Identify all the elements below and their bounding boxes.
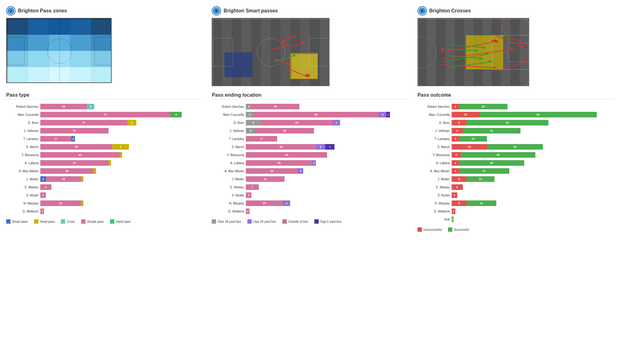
legend-item-cross: Cross <box>61 219 75 224</box>
svg-marker-28 <box>292 54 296 57</box>
pass-type-title: Pass type <box>6 92 202 99</box>
svg-point-30 <box>307 74 310 77</box>
pass-zones-section: Brighton Pass zones <box>6 6 202 86</box>
table-row: T. Lamptey 17 2 <box>6 135 202 142</box>
table-row: E. Mwepu 7 <box>212 184 408 191</box>
table-row: E. Mwepu 6 <box>418 184 614 191</box>
svg-marker-57 <box>520 41 523 44</box>
legend-item-head: Head pass <box>34 219 55 224</box>
pass-type-legend: Smart pass Head pass Cross Simple pass H… <box>6 219 202 224</box>
svg-rect-35 <box>492 35 529 69</box>
bottom-row: Pass type Robert Sánchez 25 4 Marc Cucur… <box>6 92 614 232</box>
table-row: A. Lallana 36 2 <box>212 160 408 166</box>
outside-swatch <box>282 219 287 224</box>
table-row: Marc Cucurella 4 68 4 2 <box>212 111 408 118</box>
svg-rect-14 <box>213 19 329 86</box>
table-row: S. March 19 30 <box>418 143 614 150</box>
table-row: D. Welbeck 2 <box>212 208 408 215</box>
legend-item-successful: Successful <box>448 227 469 232</box>
crosses-map <box>418 18 529 86</box>
table-row: D. Burn 8 39 4 <box>212 119 408 126</box>
svg-point-63 <box>500 26 503 28</box>
pass-outcome-section: Pass outcome Robert Sánchez 3 26 Marc Cu… <box>418 92 614 232</box>
legend-outside-label: Outside of box <box>288 220 308 223</box>
own18-swatch <box>212 219 216 224</box>
svg-marker-43 <box>482 46 486 49</box>
svg-point-37 <box>418 37 436 68</box>
legend-item-simple: Simple pass <box>81 219 104 224</box>
table-row: Y. Bissouma 44 <box>212 151 408 158</box>
table-row: J. Veltman 5 32 <box>212 127 408 134</box>
legend-item-outside: Outside of box <box>282 219 308 224</box>
table-row: Robert Sánchez 3 26 <box>418 103 614 110</box>
pass-ending-title: Pass ending location <box>212 92 408 99</box>
table-row: Y. Bissouma 43 <box>6 151 202 158</box>
smart-passes-title: Brighton Smart passes <box>212 6 408 15</box>
svg-line-38 <box>443 49 478 51</box>
legend-item-smart: Smart pass <box>6 219 28 224</box>
table-row: A. Lallana 37 <box>6 160 202 166</box>
svg-point-32 <box>293 36 295 38</box>
svg-line-50 <box>441 42 495 52</box>
table-row: S. March 38 5 5 <box>212 143 408 150</box>
opp6-swatch <box>314 219 319 224</box>
table-row: T. Lamptey 17 <box>212 135 408 142</box>
main-container: Brighton Pass zones <box>0 0 620 238</box>
legend-item-own18: Own 18 yard box <box>212 219 241 224</box>
head-pass-swatch <box>34 219 38 224</box>
table-row: S. Alzate 3 <box>212 192 408 199</box>
table-row: A. Mac Allister 4 27 <box>418 168 614 174</box>
crosses-section: Brighton Crosses <box>418 6 614 86</box>
table-row: D. Welbeck 2 <box>418 208 614 215</box>
table-row: J. Veltman 6 31 <box>418 127 614 134</box>
table-row: Null 1 <box>418 216 614 223</box>
hand-pass-swatch <box>110 219 114 224</box>
table-row: Robert Sánchez 3 26 <box>212 103 408 110</box>
table-row: N. Maupay 22 <box>6 200 202 207</box>
table-row: S. March 39 9 <box>6 143 202 150</box>
legend-simple-label: Simple pass <box>87 220 104 223</box>
svg-rect-5 <box>95 37 112 65</box>
pass-zones-label: Brighton Pass zones <box>18 8 67 14</box>
legend-head-label: Head pass <box>40 220 55 223</box>
successful-swatch <box>448 227 452 232</box>
table-row: J. Moder 21 <box>212 176 408 182</box>
svg-marker-20 <box>290 36 293 38</box>
svg-point-65 <box>494 40 496 42</box>
table-row: Marc Cucurella 15 63 <box>418 111 614 118</box>
pass-type-section: Pass type Robert Sánchez 25 4 Marc Cucur… <box>6 92 202 232</box>
table-row: N. Maupay 8 16 <box>418 200 614 207</box>
svg-point-66 <box>524 46 526 48</box>
table-row: A. Mac Allister 29 <box>6 168 202 174</box>
table-row: J. Moder 8 15 <box>418 176 614 182</box>
table-row: T. Lamptey 4 15 <box>418 135 614 142</box>
legend-own18-label: Own 18 yard box <box>218 220 241 223</box>
legend-item-unsuccessful: Unsuccessful <box>418 227 442 232</box>
legend-smart-label: Smart pass <box>12 220 28 223</box>
pass-ending-section: Pass ending location Robert Sánchez 3 26… <box>212 92 408 232</box>
svg-line-46 <box>447 62 492 68</box>
smart-pass-swatch <box>6 219 11 224</box>
svg-point-62 <box>441 48 444 50</box>
table-row: Y. Bissouma 5 40 <box>418 151 614 158</box>
table-row: D. Burn 47 5 <box>6 119 202 126</box>
pass-outcome-title: Pass outcome <box>418 92 614 99</box>
simple-pass-swatch <box>81 219 86 224</box>
brighton-logo-2 <box>212 6 221 15</box>
table-row: E. Mwepu 6 <box>6 184 202 191</box>
table-row: J. Moder 3 19 <box>6 176 202 182</box>
legend-opp6-label: Opp 6 yard box <box>320 220 341 223</box>
svg-marker-39 <box>475 50 478 52</box>
smart-passes-label: Brighton Smart passes <box>224 8 278 14</box>
table-row: A. Lallana 4 35 <box>418 160 614 166</box>
svg-rect-17 <box>309 38 329 66</box>
table-row: Marc Cucurella 71 6 <box>6 111 202 118</box>
svg-point-29 <box>282 40 285 43</box>
table-row: D. Burn 8 44 <box>418 119 614 126</box>
table-row: S. Alzate 3 <box>6 192 202 199</box>
pass-ending-legend: Own 18 yard box Opp 18 yard box Outside … <box>212 219 408 224</box>
top-row: Brighton Pass zones <box>6 6 614 86</box>
unsuccessful-swatch <box>418 227 422 232</box>
legend-cross-label: Cross <box>67 220 75 223</box>
legend-item-opp18: Opp 18 yard box <box>247 219 276 224</box>
